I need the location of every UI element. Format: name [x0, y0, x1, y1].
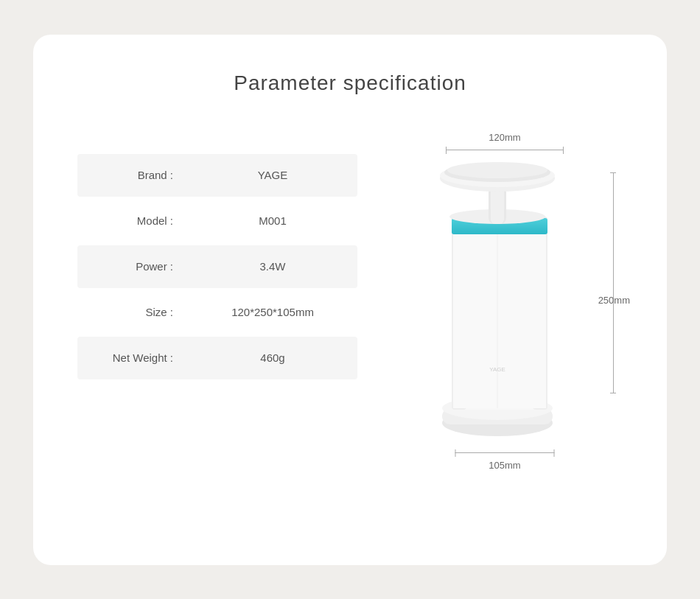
- table-row: Brand :YAGE: [77, 154, 357, 197]
- spec-value: 3.4W: [188, 245, 357, 288]
- product-card: Parameter specification Brand :YAGEModel…: [33, 35, 667, 565]
- bracket-top: [446, 150, 564, 150]
- spec-value: 460g: [188, 337, 357, 379]
- dimension-width-label: 120mm: [489, 132, 520, 143]
- dimension-depth-label: 105mm: [489, 460, 520, 471]
- spec-label: Size :: [77, 291, 188, 334]
- spec-label: Power :: [77, 245, 188, 288]
- bracket-bottom: [455, 452, 555, 453]
- spec-label: Net Weight :: [77, 337, 188, 379]
- svg-rect-8: [453, 234, 546, 408]
- table-row: Model :M001: [77, 200, 357, 242]
- table-row: Power :3.4W: [77, 245, 357, 288]
- svg-text:YAGE: YAGE: [489, 366, 505, 373]
- product-image: YAGE: [424, 158, 571, 448]
- spec-label: Model :: [77, 200, 188, 242]
- spec-value: M001: [188, 200, 357, 242]
- page-title: Parameter specification: [234, 71, 466, 95]
- spec-label: Brand :: [77, 154, 188, 197]
- bracket-right: [613, 172, 614, 393]
- content-area: Brand :YAGEModel :M001Power :3.4WSize :1…: [77, 132, 623, 528]
- spec-value: YAGE: [188, 154, 357, 197]
- dimension-height-label: 250mm: [598, 295, 630, 306]
- table-row: Net Weight :460g: [77, 337, 357, 379]
- product-area: 120mm 250mm 105mm: [387, 132, 623, 471]
- spec-value: 120*250*105mm: [188, 291, 357, 334]
- specs-table: Brand :YAGEModel :M001Power :3.4WSize :1…: [77, 154, 357, 382]
- svg-point-16: [447, 162, 547, 178]
- table-row: Size :120*250*105mm: [77, 291, 357, 334]
